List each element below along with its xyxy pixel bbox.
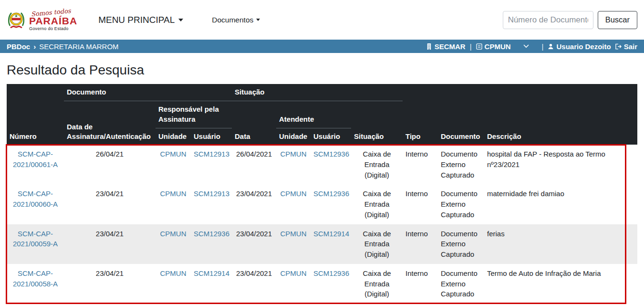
atend-unidade-cell: CPMUN — [276, 184, 311, 224]
nav-pipe: | — [470, 42, 472, 51]
documentos-label: Documentos — [212, 16, 253, 24]
document-number-link[interactable]: SCM-CAP-2021/00058-A — [13, 269, 58, 288]
numero-cell: SCM-CAP-2021/00058-A — [7, 264, 64, 304]
resp-unidade-cell: CPMUN — [156, 145, 191, 184]
col-header-situacao: Situação — [351, 101, 403, 145]
atend-usuario-cell: SCM12914 — [311, 224, 351, 264]
resp-usuario-cell: SCM12914 — [191, 264, 232, 304]
document-number-input[interactable] — [503, 11, 593, 29]
user-label: Usuario Dezoito — [556, 42, 611, 51]
data-cell: 23/04/2021 — [232, 264, 276, 304]
resp-usuario-cell: SCM12913 — [191, 145, 232, 184]
col-header-resp-usuario: Usuário — [191, 128, 232, 145]
attendant-unit-link[interactable]: CPMUN — [280, 150, 307, 158]
documento-cell: Documento Externo Capturado — [438, 264, 484, 304]
responsible-unit-link[interactable]: CPMUN — [160, 189, 187, 198]
tipo-cell: Interno — [403, 184, 438, 224]
attendant-user-link[interactable]: SCM12936 — [313, 269, 349, 277]
attendant-unit-link[interactable]: CPMUN — [280, 230, 307, 238]
results-table-wrap: Documento Situação Número Data de Assina… — [7, 84, 637, 304]
pbdoc-home-link[interactable]: PBDoc — [7, 42, 30, 51]
responsible-user-link[interactable]: SCM12913 — [194, 150, 229, 158]
document-number-link[interactable]: SCM-CAP-2021/00060-A — [13, 189, 58, 208]
logout-link[interactable]: Sair — [615, 42, 637, 51]
descricao-cell: maternidade frei damiao — [484, 184, 637, 224]
situacao-cell: Caixa de Entrada (Digital) — [351, 184, 403, 224]
responsible-user-link[interactable]: SCM12936 — [194, 230, 229, 238]
results-header: Documento Situação Número Data de Assina… — [7, 84, 637, 145]
unit-link[interactable]: CPMUN — [476, 42, 511, 51]
page-title: Resultado da Pesquisa — [7, 63, 637, 78]
table-row: SCM-CAP-2021/00058-A 23/04/21 CPMUN SCM1… — [7, 264, 637, 304]
logo-text: Somos todos PARAÍBA Governo do Estado — [29, 9, 77, 31]
logo-subtitle: Governo do Estado — [29, 27, 77, 31]
results-body: SCM-CAP-2021/00061-A 26/04/21 CPMUN SCM1… — [7, 145, 637, 304]
menu-principal-dropdown[interactable]: MENU PRINCIPAL — [98, 15, 183, 25]
user-icon — [548, 43, 554, 50]
top-bar: Somos todos PARAÍBA Governo do Estado ME… — [0, 0, 644, 40]
col-header-data: Data — [232, 101, 276, 145]
attendant-user-link[interactable]: SCM12936 — [313, 189, 349, 198]
attendant-user-link[interactable]: SCM12914 — [313, 230, 349, 238]
descricao-cell: Termo de Auto de Infração de Maria — [484, 264, 637, 304]
atend-usuario-cell: SCM12936 — [311, 145, 351, 184]
table-row: SCM-CAP-2021/00061-A 26/04/21 CPMUN SCM1… — [7, 145, 637, 184]
atend-unidade-cell: CPMUN — [276, 145, 311, 184]
col-header-tipo: Tipo — [403, 101, 438, 145]
unit-icon — [476, 43, 482, 50]
col-header-descricao: Descrição — [484, 101, 637, 145]
col-header-documento: Documento — [438, 101, 484, 145]
data-assinatura-cell: 23/04/21 — [64, 264, 156, 304]
responsible-unit-link[interactable]: CPMUN — [160, 269, 187, 277]
chevron-down-icon — [523, 44, 529, 48]
data-cell: 26/04/2021 — [232, 145, 276, 184]
nav-pipe: | — [542, 42, 544, 51]
descricao-cell: ferias — [484, 224, 637, 264]
attendant-user-link[interactable]: SCM12936 — [313, 150, 349, 158]
tipo-cell: Interno — [403, 224, 438, 264]
attendant-unit-link[interactable]: CPMUN — [280, 269, 307, 277]
nav-bar: PBDoc › SECRETARIA MARROM SECMAR | CPMUN… — [0, 40, 644, 53]
resp-usuario-cell: SCM12913 — [191, 184, 232, 224]
resp-unidade-cell: CPMUN — [156, 224, 191, 264]
user-link[interactable]: Usuario Dezoito — [548, 42, 611, 51]
responsible-unit-link[interactable]: CPMUN — [160, 150, 187, 158]
col-header-atend-usuario: Usuário — [311, 128, 351, 145]
paraiba-logo[interactable]: Somos todos PARAÍBA Governo do Estado — [7, 9, 77, 31]
situacao-cell: Caixa de Entrada (Digital) — [351, 264, 403, 304]
responsible-unit-link[interactable]: CPMUN — [160, 230, 187, 238]
col-header-numero: Número — [7, 101, 64, 145]
atend-unidade-cell: CPMUN — [276, 224, 311, 264]
group-header-responsavel: Responsável pela Assinatura — [156, 101, 232, 128]
group-header-atendente: Atendente — [276, 101, 351, 128]
data-cell: 23/04/2021 — [232, 184, 276, 224]
documento-cell: Documento Externo Capturado — [438, 184, 484, 224]
tipo-cell: Interno — [403, 264, 438, 304]
responsible-user-link[interactable]: SCM12913 — [194, 189, 229, 198]
document-number-link[interactable]: SCM-CAP-2021/00061-A — [13, 150, 58, 168]
breadcrumb-separator: › — [33, 42, 36, 51]
atend-unidade-cell: CPMUN — [276, 264, 311, 304]
numero-cell: SCM-CAP-2021/00061-A — [7, 145, 64, 184]
document-search: Buscar — [503, 11, 637, 29]
situacao-cell: Caixa de Entrada (Digital) — [351, 145, 403, 184]
resp-unidade-cell: CPMUN — [156, 184, 191, 224]
unit-switch-chevron[interactable] — [523, 44, 529, 48]
table-row: SCM-CAP-2021/00059-A 23/04/21 CPMUN SCM1… — [7, 224, 637, 264]
sign-out-icon — [615, 43, 622, 50]
document-number-link[interactable]: SCM-CAP-2021/00059-A — [13, 230, 58, 248]
search-button[interactable]: Buscar — [598, 11, 637, 29]
caret-down-icon — [178, 19, 183, 21]
breadcrumb: PBDoc › SECRETARIA MARROM — [7, 42, 119, 51]
group-header-documento: Documento — [64, 84, 232, 101]
documentos-dropdown[interactable]: Documentos — [212, 16, 260, 24]
org-link[interactable]: SECMAR — [426, 42, 466, 51]
breadcrumb-context: SECRETARIA MARROM — [39, 42, 118, 51]
logout-label: Sair — [624, 42, 637, 51]
attendant-unit-link[interactable]: CPMUN — [280, 189, 307, 198]
atend-usuario-cell: SCM12936 — [311, 184, 351, 224]
col-header-data-assinatura: Data de Assinatura/Autenticação — [64, 101, 156, 145]
numero-cell: SCM-CAP-2021/00060-A — [7, 184, 64, 224]
documento-cell: Documento Externo Capturado — [438, 145, 484, 184]
responsible-user-link[interactable]: SCM12914 — [194, 269, 229, 277]
